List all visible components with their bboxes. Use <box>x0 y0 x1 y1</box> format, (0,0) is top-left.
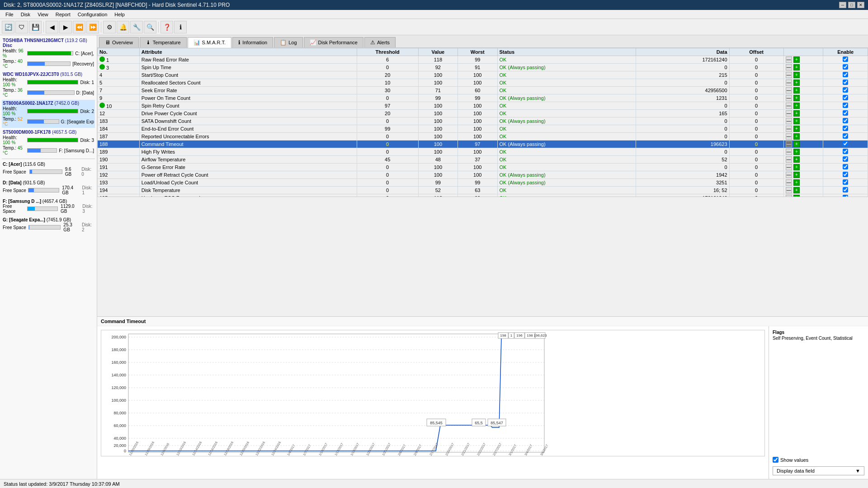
display-data-field-button[interactable]: Display data field ▼ <box>773 466 864 475</box>
table-row[interactable]: 190 Airflow Temperature 45 48 37 OK 52 0… <box>98 156 868 164</box>
table-row[interactable]: 189 High Fly Writes 0 100 100 OK 0 0 — + <box>98 148 868 156</box>
enable-checkbox[interactable] <box>843 118 848 123</box>
enable-checkbox[interactable] <box>843 56 848 62</box>
table-row[interactable]: 10 Spin Retry Count 97 100 100 OK 0 0 — … <box>98 102 868 110</box>
enable-checkbox[interactable] <box>843 172 848 177</box>
enable-checkbox[interactable] <box>843 64 848 70</box>
enable-checkbox[interactable] <box>843 187 848 192</box>
menu-disk[interactable]: Disk <box>17 11 34 18</box>
tab-temperature[interactable]: 🌡 Temperature <box>140 37 187 47</box>
show-values-checkbox[interactable] <box>773 457 778 463</box>
table-row[interactable]: 187 Reported Uncorrectable Errors 0 100 … <box>98 133 868 141</box>
minus-button[interactable]: — <box>786 87 792 94</box>
enable-checkbox[interactable] <box>843 164 848 169</box>
enable-checkbox[interactable] <box>843 72 848 77</box>
enable-checkbox[interactable] <box>843 103 848 108</box>
minus-button[interactable]: — <box>786 179 792 186</box>
plus-button[interactable]: + <box>793 126 800 132</box>
sidebar-disk-st8000[interactable]: ST8000AS0002-1NA17Z (7452.0 GB) Health: … <box>2 100 95 128</box>
tab-smart[interactable]: 📊 S.M.A.R.T. <box>188 37 232 48</box>
plus-button[interactable]: + <box>793 110 800 117</box>
minus-button[interactable]: — <box>786 164 792 170</box>
toolbar-btn-4[interactable]: ◀ <box>46 21 58 33</box>
plus-button[interactable]: + <box>793 149 800 155</box>
plus-button[interactable]: + <box>793 133 800 140</box>
toolbar-btn-11[interactable]: 🔍 <box>144 21 156 33</box>
toolbar-btn-9[interactable]: 🔔 <box>117 21 129 33</box>
plus-button[interactable]: + <box>793 141 800 147</box>
plus-button[interactable]: + <box>793 164 800 170</box>
plus-button[interactable]: + <box>793 95 800 101</box>
enable-checkbox[interactable] <box>843 149 848 154</box>
sidebar-disk-toshiba[interactable]: TOSHIBA THNSNH128GMCT (119.2 GB) Disc He… <box>2 37 95 70</box>
table-row[interactable]: 194 Disk Temperature 0 52 63 OK 16; 52 0… <box>98 187 868 194</box>
minus-button[interactable]: — <box>786 187 792 193</box>
enable-checkbox[interactable] <box>843 195 848 197</box>
plus-button[interactable]: + <box>793 64 800 70</box>
table-row[interactable]: 184 End-to-End Error Count 99 100 100 OK… <box>98 125 868 133</box>
tab-log[interactable]: 📋 Log <box>274 37 302 47</box>
table-row[interactable]: 1 Raw Read Error Rate 6 118 99 OK 172161… <box>98 56 868 64</box>
minus-button[interactable]: — <box>786 56 792 63</box>
minus-button[interactable]: — <box>786 118 792 124</box>
table-row[interactable]: 183 SATA Downshift Count 0 100 100 OK (A… <box>98 117 868 125</box>
minus-button[interactable]: — <box>786 110 792 117</box>
minus-button[interactable]: — <box>786 72 792 78</box>
toolbar-btn-13[interactable]: ℹ <box>174 21 187 33</box>
table-row[interactable]: 192 Power off Retract Cycle Count 0 100 … <box>98 171 868 179</box>
plus-button[interactable]: + <box>793 56 800 63</box>
minus-button[interactable]: — <box>786 103 792 109</box>
enable-checkbox[interactable] <box>843 126 848 131</box>
minus-button[interactable]: — <box>786 141 792 147</box>
enable-checkbox[interactable] <box>843 133 848 139</box>
enable-checkbox[interactable] <box>843 87 848 93</box>
plus-button[interactable]: + <box>793 156 800 163</box>
table-row[interactable]: 4 Start/Stop Count 20 100 100 OK 215 0 —… <box>98 71 868 79</box>
minus-button[interactable]: — <box>786 195 792 197</box>
plus-button[interactable]: + <box>793 72 800 78</box>
minus-button[interactable]: — <box>786 95 792 101</box>
tab-alerts[interactable]: ⚠ Alerts <box>364 37 396 47</box>
minus-button[interactable]: — <box>786 133 792 140</box>
plus-button[interactable]: + <box>793 179 800 186</box>
plus-button[interactable]: + <box>793 187 800 193</box>
table-row[interactable]: 5 Reallocated Sectors Count 10 100 100 O… <box>98 79 868 87</box>
toolbar-btn-1[interactable]: 🔄 <box>2 21 14 33</box>
plus-button[interactable]: + <box>793 195 800 197</box>
menu-file[interactable]: File <box>2 11 17 18</box>
toolbar-btn-3[interactable]: 💾 <box>29 21 42 33</box>
toolbar-btn-8[interactable]: ⚙ <box>103 21 116 33</box>
tab-overview[interactable]: 🖥 Overview <box>99 37 139 47</box>
table-row[interactable]: 195 Hardware ECC Recovered 0 118 99 OK 1… <box>98 194 868 197</box>
plus-button[interactable]: + <box>793 80 800 86</box>
tab-information[interactable]: ℹ Information <box>232 37 273 47</box>
table-row-selected[interactable]: 188 Command Timeout 0 100 97 OK (Always … <box>98 141 868 148</box>
table-row[interactable]: 12 Drive Power Cycle Count 20 100 100 OK… <box>98 110 868 117</box>
minus-button[interactable]: — <box>786 64 792 70</box>
plus-button[interactable]: + <box>793 118 800 124</box>
toolbar-btn-2[interactable]: 🛡 <box>15 21 28 33</box>
menu-help[interactable]: Help <box>111 11 128 18</box>
enable-checkbox[interactable] <box>843 141 848 146</box>
toolbar-btn-12[interactable]: ❓ <box>160 21 173 33</box>
close-button[interactable]: ✕ <box>857 2 864 8</box>
plus-button[interactable]: + <box>793 172 800 178</box>
toolbar-btn-6[interactable]: ⏪ <box>73 21 85 33</box>
minus-button[interactable]: — <box>786 80 792 86</box>
enable-checkbox[interactable] <box>843 80 848 85</box>
plus-button[interactable]: + <box>793 103 800 109</box>
toolbar-btn-7[interactable]: ⏩ <box>86 21 99 33</box>
minus-button[interactable]: — <box>786 172 792 178</box>
minus-button[interactable]: — <box>786 149 792 155</box>
enable-checkbox[interactable] <box>843 95 848 100</box>
minus-button[interactable]: — <box>786 126 792 132</box>
table-row[interactable]: 9 Power On Time Count 0 99 99 OK (Always… <box>98 94 868 102</box>
sidebar-disk-st5000[interactable]: ST5000DM000-1FK178 (4657.5 GB) Health: 1… <box>2 129 95 157</box>
plus-button[interactable]: + <box>793 87 800 94</box>
table-row[interactable]: 193 Load/Unload Cycle Count 0 99 99 OK (… <box>98 179 868 187</box>
enable-checkbox[interactable] <box>843 156 848 162</box>
minus-button[interactable]: — <box>786 156 792 163</box>
title-bar-controls[interactable]: ─ □ ✕ <box>839 2 864 8</box>
menu-configuration[interactable]: Configuration <box>74 11 111 18</box>
toolbar-btn-10[interactable]: 🔧 <box>130 21 143 33</box>
